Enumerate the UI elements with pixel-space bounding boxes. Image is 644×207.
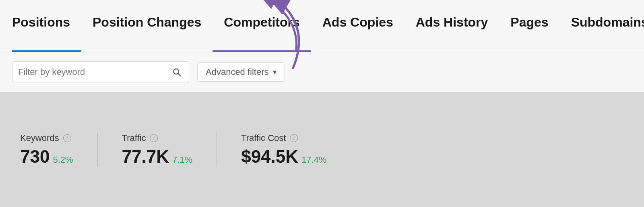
keywords-change: 5.2% [53,155,73,165]
tab-ads-copies-label: Ads Copies [322,15,393,30]
search-button[interactable] [170,66,183,79]
stat-traffic-cost-label: Traffic Cost i [241,133,326,143]
keywords-info-icon[interactable]: i [63,134,71,142]
advanced-filters-label: Advanced filters [206,67,269,77]
stat-keywords: Keywords i 730 5.2% [20,133,97,167]
tab-subdomains-label: Subdomains [571,15,644,30]
tab-competitors[interactable]: Competitors [213,0,311,52]
stat-keywords-values: 730 5.2% [20,147,73,167]
tab-ads-history-label: Ads History [416,15,488,30]
traffic-cost-change: 17.4% [301,155,326,165]
stat-traffic-label: Traffic i [122,133,193,143]
stat-traffic-cost-values: $94.5K 17.4% [241,147,326,167]
tab-positions-label: Positions [12,15,70,30]
chevron-down-icon: ▾ [273,68,277,77]
traffic-cost-info-icon[interactable]: i [290,134,298,142]
page-wrapper: Positions Position Changes Competitors A… [0,0,644,207]
search-input[interactable] [18,67,166,77]
stat-keywords-label: Keywords i [20,133,73,143]
traffic-change: 7.1% [172,155,192,165]
keywords-main-value: 730 [20,147,50,167]
filter-area: Advanced filters ▾ [0,52,644,92]
tab-position-changes-label: Position Changes [93,15,201,30]
stat-traffic-cost: Traffic Cost i $94.5K 17.4% [217,133,351,167]
nav-tabs: Positions Position Changes Competitors A… [12,0,644,52]
advanced-filters-button[interactable]: Advanced filters ▾ [197,62,285,82]
search-wrapper [12,61,189,83]
nav-area: Positions Position Changes Competitors A… [0,0,644,52]
tab-positions[interactable]: Positions [12,0,81,52]
tab-pages[interactable]: Pages [499,0,559,52]
tab-competitors-label: Competitors [224,15,299,30]
traffic-cost-main-value: $94.5K [241,147,298,167]
traffic-info-icon[interactable]: i [150,134,158,142]
stat-traffic: Traffic i 77.7K 7.1% [97,133,217,167]
tab-subdomains[interactable]: Subdomains [560,0,644,52]
svg-point-1 [173,69,179,74]
tab-position-changes[interactable]: Position Changes [81,0,213,52]
svg-line-2 [178,74,181,77]
traffic-main-value: 77.7K [122,147,169,167]
tab-pages-label: Pages [510,15,548,30]
tab-ads-copies[interactable]: Ads Copies [311,0,405,52]
stats-area: Keywords i 730 5.2% Traffic i 77.7K 7.1% [0,92,644,207]
stat-traffic-values: 77.7K 7.1% [122,147,193,167]
search-icon [172,67,182,77]
tab-ads-history[interactable]: Ads History [405,0,500,52]
